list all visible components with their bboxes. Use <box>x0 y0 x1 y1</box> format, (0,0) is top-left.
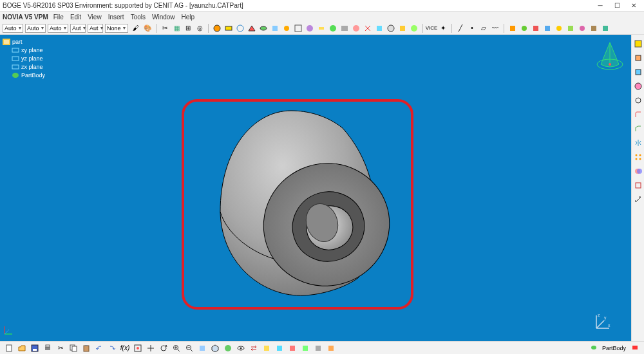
combo-6[interactable]: None▼ <box>105 24 128 33</box>
shape-icon[interactable] <box>247 23 257 33</box>
shape-icon[interactable] <box>212 23 222 33</box>
shape-icon[interactable] <box>363 23 373 33</box>
cut-icon[interactable]: ✂ <box>55 343 66 353</box>
measure-icon[interactable] <box>633 194 643 205</box>
star-icon[interactable]: ✦ <box>438 23 448 33</box>
normal-view-icon[interactable] <box>197 343 207 353</box>
target-icon[interactable]: ◎ <box>194 23 205 33</box>
plane-icon[interactable]: ▱ <box>478 23 489 33</box>
tool-icon[interactable] <box>577 23 587 33</box>
line-icon[interactable]: ╱ <box>455 23 466 33</box>
shape-icon[interactable] <box>397 23 408 33</box>
compass-icon[interactable] <box>592 39 627 76</box>
fit-icon[interactable] <box>133 343 143 353</box>
tool-icon[interactable] <box>507 23 518 33</box>
shape-icon[interactable] <box>223 23 234 33</box>
tool-icon[interactable] <box>600 23 611 33</box>
tool-icon[interactable] <box>313 343 323 353</box>
combo-1[interactable]: Auto▼ <box>3 24 23 33</box>
render-icon[interactable] <box>223 343 233 353</box>
shape-icon[interactable] <box>305 23 315 33</box>
pan-icon[interactable] <box>146 343 156 353</box>
hide-icon[interactable] <box>236 343 246 353</box>
snap-icon[interactable]: ⊞ <box>183 23 193 33</box>
point-icon[interactable]: • <box>467 23 477 33</box>
grid-icon[interactable]: ▦ <box>171 23 182 33</box>
tool-icon[interactable] <box>261 343 272 353</box>
tool-icon[interactable] <box>287 343 298 353</box>
minimize-button[interactable]: ─ <box>592 1 608 10</box>
zoom-out-icon[interactable] <box>184 343 194 353</box>
menu-file[interactable]: File <box>53 14 64 21</box>
shape-icon[interactable] <box>328 23 338 33</box>
close-button[interactable]: ✕ <box>626 1 641 10</box>
restore-button[interactable]: ☐ <box>609 1 625 10</box>
open-icon[interactable] <box>17 343 27 353</box>
vice-icon[interactable]: VICE <box>426 23 437 33</box>
tool-icon[interactable] <box>565 23 576 33</box>
shape-icon[interactable] <box>316 23 327 33</box>
menu-window[interactable]: Window <box>152 14 175 21</box>
shape-icon[interactable] <box>351 23 361 33</box>
shape-icon[interactable] <box>258 23 269 33</box>
combo-2[interactable]: Auto▼ <box>25 24 46 33</box>
view-axis-icon[interactable]: z x y <box>591 312 612 335</box>
tool-icon[interactable] <box>519 23 529 33</box>
shape-icon[interactable] <box>409 23 419 33</box>
pocket-icon[interactable] <box>633 67 643 77</box>
redo-icon[interactable] <box>107 343 117 353</box>
undo-icon[interactable] <box>94 343 104 353</box>
constraint-icon[interactable] <box>633 180 643 191</box>
combo-5[interactable]: Aut▼ <box>88 24 103 33</box>
tool-icon[interactable] <box>300 343 310 353</box>
mirror-icon[interactable] <box>633 138 643 148</box>
brush-icon[interactable]: 🖌 <box>131 23 141 33</box>
combo-3[interactable]: Auto▼ <box>48 24 68 33</box>
model-3d[interactable] <box>182 99 413 310</box>
menu-help[interactable]: Help <box>182 14 195 21</box>
iso-view-icon[interactable] <box>210 343 220 353</box>
shape-icon[interactable] <box>293 23 303 33</box>
tree-partbody[interactable]: PartBody <box>12 71 45 79</box>
shape-icon[interactable] <box>386 23 396 33</box>
shape-icon[interactable] <box>270 23 280 33</box>
formula-icon[interactable]: f(x) <box>120 343 130 353</box>
copy-icon[interactable] <box>68 343 79 353</box>
pad-icon[interactable] <box>633 53 643 63</box>
shape-icon[interactable] <box>374 23 384 33</box>
tool-icon[interactable] <box>542 23 553 33</box>
tree-root[interactable]: part <box>3 37 45 46</box>
menu-tools[interactable]: Tools <box>131 14 146 21</box>
cut-icon[interactable]: ✂ <box>160 23 170 33</box>
shape-icon[interactable] <box>235 23 245 33</box>
save-icon[interactable] <box>30 343 40 353</box>
menu-view[interactable]: View <box>88 14 102 21</box>
tool-icon[interactable] <box>274 343 285 353</box>
swap-icon[interactable] <box>249 343 259 353</box>
menu-insert[interactable]: Insert <box>108 14 124 21</box>
menu-edit[interactable]: Edit <box>70 14 81 21</box>
paste-icon[interactable] <box>81 343 91 353</box>
sketch-icon[interactable] <box>633 39 643 49</box>
combo-4[interactable]: Aut▼ <box>70 24 86 33</box>
tool-icon[interactable] <box>326 343 336 353</box>
shape-icon[interactable] <box>281 23 292 33</box>
boolean-icon[interactable] <box>633 166 643 176</box>
fillet-icon[interactable] <box>633 109 643 120</box>
shaft-icon[interactable] <box>633 81 643 91</box>
shape-icon[interactable] <box>339 23 350 33</box>
chamfer-icon[interactable] <box>633 124 643 134</box>
rotate-icon[interactable] <box>158 343 169 353</box>
pattern-icon[interactable] <box>633 152 643 162</box>
tree-zx[interactable]: zx plane <box>12 62 45 71</box>
viewport-3d[interactable]: part xy plane yz plane zx plane PartBody <box>0 35 631 341</box>
tool-icon[interactable] <box>589 23 599 33</box>
print-icon[interactable] <box>43 343 53 353</box>
curve-icon[interactable]: 〰 <box>490 23 500 33</box>
tool-icon[interactable] <box>531 23 541 33</box>
hole-icon[interactable] <box>633 95 643 106</box>
new-icon[interactable] <box>4 343 14 353</box>
paint-icon[interactable]: 🎨 <box>142 23 153 33</box>
tool-icon[interactable] <box>554 23 564 33</box>
status-flag-icon[interactable] <box>631 344 639 352</box>
